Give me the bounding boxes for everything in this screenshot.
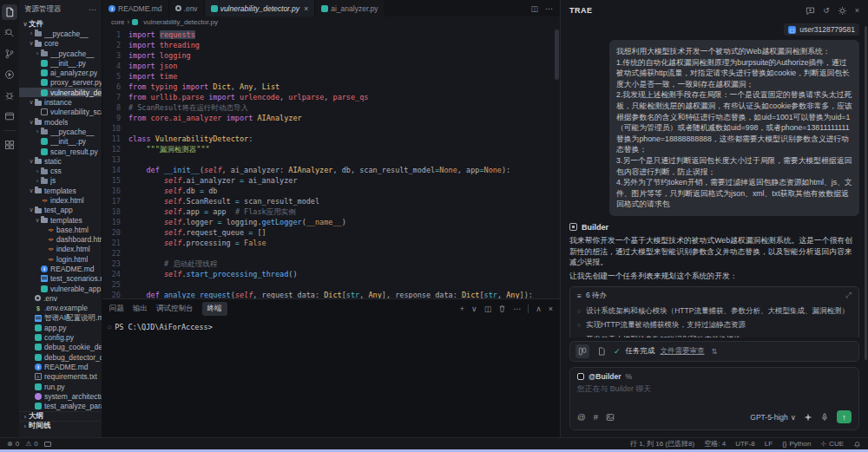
tree-item[interactable]: README.md [19, 264, 102, 273]
tree-item[interactable]: ∨templates [19, 215, 102, 225]
notification-bell-icon[interactable] [853, 440, 861, 448]
code-line[interactable]: 2import threading [102, 40, 560, 50]
tab-env[interactable]: .env [169, 0, 205, 16]
code-line[interactable]: 11class VulnerabilityDetector: [102, 134, 560, 144]
code-line[interactable]: 15 self.ai_analyzer = ai_analyzer [102, 175, 560, 186]
tree-item[interactable]: ∨instance [19, 97, 102, 107]
new-chat-icon[interactable] [806, 6, 815, 16]
activity-preview-button[interactable] [2, 108, 17, 124]
context-icon[interactable]: # [594, 412, 598, 422]
code-line[interactable]: 18 self.app = app # Flask应用实例 [102, 206, 560, 217]
activity-source-control-button[interactable] [2, 46, 17, 62]
tree-item[interactable]: run.py [19, 382, 102, 391]
files-need-review-link[interactable]: 文件需要审查 [661, 346, 705, 357]
tree-item[interactable]: vulnerability_detect... [19, 88, 102, 97]
tree-item[interactable]: ∨templates [19, 186, 102, 195]
tree-item[interactable]: login.html [19, 254, 102, 264]
panel-tab-调试控制台[interactable]: 调试控制台 [156, 304, 194, 314]
tree-item[interactable]: ∨core [19, 39, 102, 49]
code-line[interactable]: 8# ScanResult将在运行时动态导入 [102, 102, 560, 113]
code-line[interactable]: 3import logging [102, 50, 560, 61]
tree-item[interactable]: README.md [19, 362, 102, 371]
tree-item[interactable]: test_analyze_paramet... [19, 402, 102, 411]
code-line[interactable]: 7from urllib.parse import urlencode, url… [102, 92, 560, 102]
code-editor[interactable]: 1import requests2import threading3import… [102, 28, 560, 298]
code-line[interactable]: 20 self.request_queue = [] [102, 227, 560, 238]
panel-tab-问题[interactable]: 问题 [109, 304, 124, 314]
tree-item[interactable]: ›js [19, 176, 102, 186]
microphone-icon[interactable] [820, 413, 829, 422]
mention-icon[interactable]: @ [577, 412, 586, 422]
maximize-panel-icon[interactable]: ∧ [536, 305, 542, 313]
tree-item[interactable]: .env [19, 293, 102, 303]
editor-scrollbar[interactable] [555, 29, 559, 80]
encoding[interactable]: UTF-8 [735, 440, 755, 448]
code-line[interactable]: 25 [102, 279, 560, 290]
tree-item[interactable]: system_architecture_d... [19, 391, 102, 401]
tree-item[interactable]: __init__.py [19, 137, 102, 147]
code-line[interactable]: 21 self.processing = False [102, 238, 560, 248]
code-line[interactable]: 26 def analyze_request(self, request_dat… [102, 290, 560, 298]
panel-tab-终端[interactable]: 终端 [202, 302, 227, 316]
code-line[interactable]: 6from typing import Dict, Any, List [102, 82, 560, 92]
task-view-button[interactable] [575, 344, 589, 358]
tree-item[interactable]: dashboard.html [19, 235, 102, 245]
terminal[interactable]: ○ PS C:\QJD\AiForAccess> [102, 318, 560, 437]
tree-item[interactable]: debug_detector_queu... [19, 352, 102, 362]
tree-item[interactable]: ai_analyzer.py [19, 68, 102, 77]
tree-item[interactable]: __init__.py [19, 58, 102, 68]
agent-label[interactable]: @Builder [589, 372, 621, 381]
tree-item[interactable]: scan_result.py [19, 147, 102, 156]
panel-tab-输出[interactable]: 输出 [133, 304, 148, 314]
activity-search-button[interactable] [2, 25, 17, 41]
tree-item[interactable]: ›__pycache__ [19, 29, 102, 38]
code-line[interactable]: 13 [102, 154, 560, 165]
tree-item[interactable]: 智谱AI配置说明.md [19, 313, 102, 323]
chat-input[interactable] [570, 381, 858, 409]
language-mode[interactable]: {} Python [782, 440, 811, 448]
new-terminal-icon[interactable]: + [460, 305, 464, 313]
chat-scrollbar[interactable] [865, 26, 867, 360]
sidebar-section-文件[interactable]: ∨文件 [19, 19, 102, 29]
tree-item[interactable]: .env.example [19, 304, 102, 313]
tree-item[interactable]: ›__pycache__ [19, 127, 102, 136]
breadcrumb-folder[interactable]: core [111, 18, 125, 26]
code-line[interactable]: 9from core.ai_analyzer import AIAnalyzer [102, 113, 560, 123]
code-line[interactable]: 24 self.start_processing_thread() [102, 269, 560, 279]
tree-item[interactable]: requirements.txt [19, 372, 102, 382]
activity-extensions-button[interactable] [2, 137, 17, 153]
tools-icon[interactable]: % [626, 372, 633, 381]
send-button[interactable]: ↑ [837, 410, 852, 423]
tree-item[interactable]: vulnerability_scann... [19, 108, 102, 117]
kill-terminal-icon[interactable] [498, 305, 506, 313]
code-line[interactable]: 1import requests [102, 29, 560, 40]
close-panel-icon[interactable]: × [549, 305, 553, 313]
tree-item[interactable]: ∨test_app [19, 206, 102, 215]
eol-setting[interactable]: LF [765, 440, 773, 448]
activity-testing-button[interactable] [2, 88, 17, 103]
indent-setting[interactable]: 空格: 4 [704, 439, 726, 449]
breadcrumb-file[interactable]: vulnerability_detector.py [143, 18, 218, 26]
terminal-dropdown-icon[interactable]: ∨ [471, 305, 477, 313]
more-actions-icon[interactable]: ⋯ [513, 305, 521, 313]
close-icon[interactable]: × [304, 4, 308, 13]
cue-extension[interactable]: ⊹ CUE [820, 440, 844, 448]
errors-indicator[interactable]: ⊗ 0 [7, 440, 19, 448]
tab-readme[interactable]: README.md [102, 0, 169, 16]
tree-item[interactable]: vulnerable_app.py [19, 284, 102, 293]
tree-item[interactable]: debug_cookie_detecti... [19, 343, 102, 352]
code-line[interactable]: 19 self.logger = logging.getLogger(__nam… [102, 217, 560, 227]
tree-item[interactable]: proxy_server.py [19, 78, 102, 88]
code-line[interactable]: 17 self.ScanResult = scan_result_model [102, 196, 560, 206]
chat-messages[interactable]: ▢ user3128779581 我想利用大模型技术开发一个被动式的Web越权漏… [561, 21, 868, 337]
breadcrumb[interactable]: core › vulnerability_detector.py [102, 16, 560, 28]
more-actions-icon[interactable]: ⋯ [545, 4, 553, 13]
code-line[interactable]: 10 [102, 123, 560, 134]
history-icon[interactable]: ↺ [823, 6, 830, 15]
settings-gear-icon[interactable] [838, 6, 847, 16]
task-list-header[interactable]: ≡ 6 待办 ⤢ [570, 287, 858, 304]
tree-item[interactable]: index.html [19, 195, 102, 205]
tab-vulnerability-detector[interactable]: vulnerability_detector.py × [205, 0, 316, 16]
sidebar-section-大纲[interactable]: ›大纲 [19, 411, 102, 421]
tree-item[interactable]: ∨static [19, 156, 102, 166]
